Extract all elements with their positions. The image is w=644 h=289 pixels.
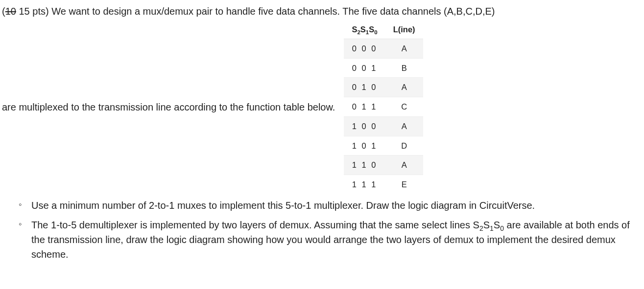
cell-sel: 1 0 0 (344, 116, 385, 136)
table-body: 0 0 0A 0 0 1B 0 1 0A 0 1 1C 1 0 0A 1 0 1… (344, 39, 423, 194)
cell-sel: 1 0 1 (344, 136, 385, 156)
cell-line: A (385, 116, 423, 136)
intro-rest: ) We want to design a mux/demux pair to … (46, 6, 495, 17)
list-item: Use a minimum number of 2-to-1 muxes to … (22, 198, 642, 213)
question-intro: (10 15 pts) We want to design a mux/demu… (2, 4, 642, 19)
table-row: 1 0 0A (344, 116, 423, 136)
table-row: 1 0 1D (344, 136, 423, 156)
middle-sentence: are multiplexed to the transmission line… (2, 100, 344, 114)
th-line: L(ine) (385, 21, 423, 39)
cell-line: B (385, 58, 423, 78)
cell-sel: 0 0 1 (344, 58, 385, 78)
open-paren: ( (2, 6, 5, 17)
cell-line: C (385, 97, 423, 117)
bullet-text: The 1-to-5 demultiplexer is implemented … (31, 220, 630, 260)
table-row: 1 1 1E (344, 175, 423, 194)
cell-sel: 0 0 0 (344, 39, 385, 58)
cell-line: A (385, 39, 423, 58)
middle-row: are multiplexed to the transmission line… (2, 21, 642, 194)
cell-line: D (385, 136, 423, 156)
new-points: 15 (19, 6, 29, 17)
cell-sel: 0 1 0 (344, 78, 385, 97)
cell-sel: 1 1 0 (344, 156, 385, 175)
cell-sel: 1 1 1 (344, 175, 385, 194)
function-table-wrap: S2S1S0 L(ine) 0 0 0A 0 0 1B 0 1 0A 0 1 1… (344, 21, 423, 194)
question-block: (10 15 pts) We want to design a mux/demu… (2, 4, 642, 262)
bullet-text: Use a minimum number of 2-to-1 muxes to … (31, 200, 535, 211)
old-points: 10 (5, 6, 16, 17)
subquestion-list: Use a minimum number of 2-to-1 muxes to … (2, 198, 642, 262)
cell-line: A (385, 78, 423, 97)
cell-line: A (385, 156, 423, 175)
th-select: S2S1S0 (344, 21, 385, 39)
table-row: 0 0 0A (344, 39, 423, 58)
function-table: S2S1S0 L(ine) 0 0 0A 0 0 1B 0 1 0A 0 1 1… (344, 21, 423, 194)
cell-sel: 0 1 1 (344, 97, 385, 117)
table-row: 0 0 1B (344, 58, 423, 78)
table-row: 1 1 0A (344, 156, 423, 175)
list-item: The 1-to-5 demultiplexer is implemented … (22, 218, 642, 262)
table-row: 0 1 1C (344, 97, 423, 117)
cell-line: E (385, 175, 423, 194)
table-row: 0 1 0A (344, 78, 423, 97)
pts-label: pts (32, 6, 46, 17)
